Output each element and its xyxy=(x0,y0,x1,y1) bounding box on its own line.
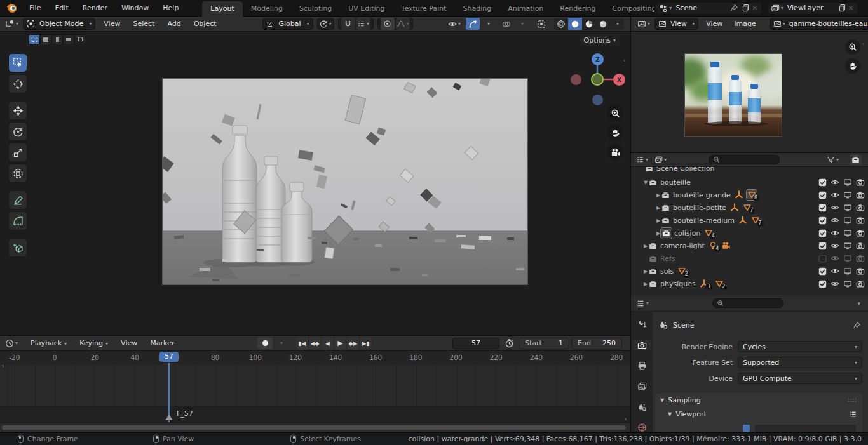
viewport-zoom-button[interactable] xyxy=(607,105,623,121)
render-disable-icon[interactable] xyxy=(856,216,865,225)
play-button[interactable]: ▶ xyxy=(334,337,347,349)
viewport-camera-button[interactable] xyxy=(607,144,623,161)
shading-material[interactable] xyxy=(582,18,596,30)
tool-scale[interactable] xyxy=(8,143,27,162)
playhead-frame-badge[interactable]: 57 xyxy=(159,352,179,362)
shading-wireframe[interactable] xyxy=(554,18,568,30)
toggle-xray[interactable] xyxy=(534,18,548,30)
image-zoom-button[interactable] xyxy=(845,39,860,55)
region-expand-icon[interactable]: › xyxy=(2,362,4,369)
viewport-3d[interactable]: Options▾ Z X ‹ xyxy=(0,32,630,335)
render-disable-icon[interactable] xyxy=(856,229,865,237)
tab-scene[interactable] xyxy=(633,402,651,413)
show-gizmo-toggle[interactable] xyxy=(466,18,480,30)
scene-selector[interactable]: ▾ Scene ✕ xyxy=(656,2,762,15)
properties-options-icon[interactable]: ▾ xyxy=(857,300,860,307)
tool-select-box[interactable] xyxy=(8,53,27,72)
editor-type-properties[interactable]: ▾ xyxy=(631,299,649,308)
tab-rendering[interactable]: Rendering xyxy=(552,1,604,17)
menu-marker[interactable]: Marker xyxy=(144,339,180,347)
expand-icon[interactable]: ▶ xyxy=(655,205,661,211)
tab-render[interactable] xyxy=(633,340,651,351)
pin-icon[interactable] xyxy=(730,4,738,12)
pin-icon[interactable] xyxy=(853,321,861,329)
menu-add[interactable]: Add xyxy=(161,20,187,28)
current-frame-field[interactable]: 57 xyxy=(452,338,499,349)
region-toggle-icon[interactable]: ‹ xyxy=(862,41,865,47)
menu-select[interactable]: Select xyxy=(126,20,161,28)
editor-type-image[interactable]: ▾ xyxy=(631,20,653,29)
outliner-row-colision[interactable]: ▶ colision 4 xyxy=(631,227,868,239)
new-collection-button[interactable] xyxy=(850,154,862,166)
eye-icon[interactable] xyxy=(831,203,839,212)
viewport-disable-icon[interactable] xyxy=(843,229,852,237)
next-keyframe-button[interactable]: ◆▶ xyxy=(347,337,360,349)
menu-file[interactable]: File xyxy=(22,0,48,17)
axis-neg-y-handle[interactable] xyxy=(592,95,603,105)
marker-triangle-icon[interactable] xyxy=(165,415,173,420)
unlink-scene-icon[interactable]: ✕ xyxy=(750,4,759,11)
shading-dropdown[interactable]: ▾ xyxy=(610,18,624,30)
render-disable-icon[interactable] xyxy=(856,267,865,276)
expand-icon[interactable]: ▶ xyxy=(642,269,649,274)
region-collapse-icon[interactable]: ‹ xyxy=(625,416,627,422)
jump-to-start-button[interactable]: ▮◀ xyxy=(296,337,309,349)
outliner-display-mode[interactable]: ▾ xyxy=(654,156,667,164)
feature-set-dropdown[interactable]: Supported▾ xyxy=(738,357,862,368)
outliner-row-scene-collection[interactable]: Scene Collection xyxy=(631,167,868,175)
checkbox-icon[interactable] xyxy=(818,216,827,225)
viewport-pan-button[interactable] xyxy=(607,124,623,141)
outliner-row-physiques[interactable]: ▶ physiques 3 2 xyxy=(631,277,868,290)
tab-uv-editing[interactable]: UV Editing xyxy=(340,1,393,17)
eye-icon[interactable] xyxy=(831,190,839,199)
expand-icon[interactable]: ▶ xyxy=(655,230,661,236)
value-field-clipped[interactable] xyxy=(755,425,856,432)
show-visibility-dropdown[interactable]: ▾ xyxy=(447,18,461,30)
tool-move[interactable] xyxy=(8,101,27,120)
jump-to-end-button[interactable]: ▶▮ xyxy=(360,337,372,349)
menu-view[interactable]: View xyxy=(700,20,728,28)
prev-frame-button[interactable]: ◀ xyxy=(322,337,334,349)
outliner-row-bouteille-grande[interactable]: ▶ bouteille-grande 8 xyxy=(631,189,868,201)
render-disable-icon[interactable] xyxy=(856,254,865,263)
viewlayer-name[interactable]: ViewLayer xyxy=(783,4,838,12)
properties-search-input[interactable] xyxy=(712,298,783,308)
presets-icon[interactable] xyxy=(849,410,857,418)
transform-orientation-dropdown[interactable]: Global ▾ xyxy=(262,18,313,30)
select-mode-invert[interactable] xyxy=(63,34,74,44)
viewlayer-selector[interactable]: ▾ ViewLayer ✕ xyxy=(768,2,858,15)
menu-window[interactable]: Window xyxy=(114,0,156,17)
render-disable-icon[interactable] xyxy=(856,241,865,250)
scene-name[interactable]: Scene xyxy=(672,4,730,12)
timeline-ruler[interactable]: -20 0 20 40 60 80 100 120 140 160 180 20… xyxy=(0,351,630,365)
tab-sculpting[interactable]: Sculpting xyxy=(291,1,340,17)
new-scene-icon[interactable] xyxy=(742,4,750,12)
eye-icon[interactable] xyxy=(831,229,839,237)
checkbox-icon[interactable] xyxy=(818,178,827,187)
render-disable-icon[interactable] xyxy=(856,190,865,199)
axis-neg-x-handle[interactable] xyxy=(571,74,581,85)
viewport-panel-header[interactable]: ▼ Viewport xyxy=(655,407,862,421)
sampling-panel-header[interactable]: ▼ Sampling :::: xyxy=(655,393,862,407)
eye-icon[interactable] xyxy=(831,216,839,225)
new-viewlayer-icon[interactable] xyxy=(838,4,846,12)
options-button[interactable]: Options▾ xyxy=(580,34,620,46)
tool-measure[interactable] xyxy=(8,211,27,230)
editor-type-timeline[interactable]: ▾ xyxy=(0,339,18,348)
checkbox-icon[interactable] xyxy=(818,204,827,212)
viewport-disable-icon[interactable] xyxy=(843,203,852,212)
checkbox-icon[interactable] xyxy=(818,229,827,237)
image-datablock-selector[interactable]: ▾ gamme-bouteilles-eau-l xyxy=(770,18,868,30)
proportional-edit-toggle[interactable] xyxy=(381,18,395,30)
tab-tool[interactable] xyxy=(633,319,651,330)
menu-image[interactable]: Image xyxy=(728,20,761,28)
viewport-disable-icon[interactable] xyxy=(843,241,852,250)
expand-icon[interactable]: ▶ xyxy=(655,218,661,223)
menu-edit[interactable]: Edit xyxy=(48,0,75,17)
viewport-disable-icon[interactable] xyxy=(843,190,852,199)
tab-layout[interactable]: Layout xyxy=(202,1,242,17)
render-engine-dropdown[interactable]: Cycles▾ xyxy=(738,341,862,352)
tool-transform[interactable] xyxy=(8,164,27,183)
timeline-channels[interactable] xyxy=(0,365,630,407)
camera-render-view[interactable] xyxy=(163,79,527,284)
